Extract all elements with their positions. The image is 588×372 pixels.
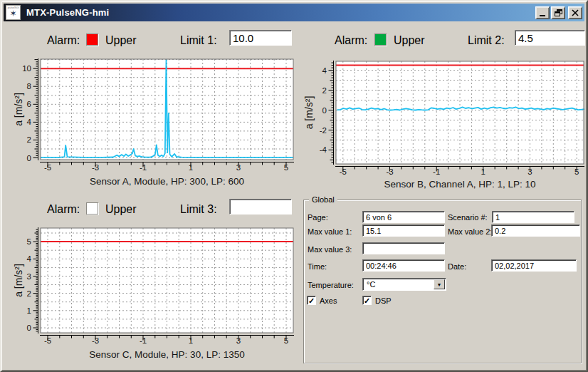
axes-checkbox-label: Axes [320, 296, 337, 305]
x-tick-label: 1 [481, 167, 485, 176]
x-tick-label: -3 [92, 336, 99, 345]
check-icon: ✓ [364, 296, 370, 305]
y-tick-label: 0 [27, 324, 31, 332]
y-tick-label: 3 [27, 272, 31, 281]
y-axis-title: a [m/s²] [13, 93, 24, 126]
x-tick-label: 1 [189, 163, 193, 172]
close-button[interactable] [568, 6, 582, 19]
date-label: Date: [448, 262, 466, 271]
y-tick-label: 5 [27, 237, 31, 246]
y-axis-title: a [m/s²] [303, 96, 315, 130]
app-logo-star-icon: ✶ [9, 9, 16, 19]
x-tick-label: -1 [140, 336, 147, 345]
y-axis-title: a [m/s²] [13, 264, 24, 297]
y-tick-label: 8 [27, 82, 31, 91]
titlebar: pulseNG ✶ MTX-PulseNG-hmi [4, 4, 584, 21]
x-tick-label: 5 [574, 167, 579, 176]
close-icon [572, 9, 579, 16]
x-tick-label: -1 [140, 163, 147, 172]
max-value-1-field[interactable] [362, 224, 445, 237]
alarm-label-3: Alarm: [47, 203, 80, 216]
limit1-input[interactable] [229, 30, 292, 46]
upper-label-3: Upper [105, 203, 137, 216]
upper-label-2: Upper [394, 34, 425, 47]
x-axis-title: Sensor C, Module, HP: 30, LP: 1350 [89, 349, 244, 360]
scenario-label: Scenario #: [448, 213, 488, 222]
chevron-down-icon: ▼ [437, 282, 442, 287]
y-tick-label: 4 [27, 118, 32, 126]
alarm-label-1: Alarm: [47, 34, 80, 47]
plot-area [41, 228, 293, 333]
page-label: Page: [308, 213, 328, 222]
window-title: MTX-PulseNG-hmi [26, 7, 109, 18]
max-value-1-label: Max value 1: [308, 227, 352, 236]
max-value-2-label: Max value 2: [448, 227, 492, 236]
time-label: Time: [308, 262, 327, 271]
x-axis-title: Sensor B, Channel A, HP: 1, LP: 10 [384, 179, 535, 190]
temperature-value: °C [367, 280, 375, 289]
y-tick-label: 0 [322, 106, 327, 115]
restore-button[interactable] [551, 6, 565, 19]
x-tick-label: -5 [44, 163, 51, 172]
temperature-dropdown-button[interactable]: ▼ [434, 279, 445, 289]
x-tick-label: 5 [284, 163, 288, 172]
page-field[interactable] [362, 211, 445, 223]
minimize-icon [540, 15, 545, 16]
x-tick-label: 3 [236, 336, 241, 345]
upper-label-1: Upper [105, 34, 137, 47]
chart-sensor-c: -5-3-1135012345Sensor C, Module, HP: 30,… [13, 217, 298, 372]
app-window: pulseNG ✶ MTX-PulseNG-hmi Ala [0, 0, 588, 372]
axes-checkbox[interactable]: ✓ [307, 296, 316, 305]
alarm-indicator-3 [86, 202, 98, 215]
x-tick-label: 3 [527, 167, 532, 176]
chart-svg: -5-3-1135012345Sensor C, Module, HP: 30,… [13, 217, 298, 372]
alarm-label-2: Alarm: [335, 34, 367, 47]
limit1-label: Limit 1: [180, 34, 217, 47]
chart-sensor-b: -5-3-1135-4-2024Sensor B, Channel A, HP:… [300, 50, 588, 201]
y-tick-label: 1 [27, 306, 31, 315]
x-axis-title: Sensor A, Module, HP: 300, LP: 600 [90, 176, 244, 187]
max-value-2-field[interactable] [491, 224, 580, 237]
limit3-input[interactable] [229, 199, 292, 215]
x-tick-label: 1 [189, 336, 193, 345]
y-tick-label: -2 [320, 126, 327, 135]
y-tick-label: 0 [27, 154, 31, 162]
alarm-indicator-1 [86, 33, 98, 46]
limit3-label: Limit 3: [180, 203, 217, 216]
x-tick-label: -5 [44, 336, 51, 345]
time-field[interactable] [362, 259, 445, 272]
temperature-label: Temperature: [308, 281, 354, 289]
x-tick-label: -3 [386, 167, 393, 176]
x-tick-label: -5 [340, 167, 347, 176]
x-tick-label: -1 [433, 167, 440, 176]
temperature-combobox[interactable]: °C ▼ [362, 278, 446, 291]
y-tick-label: 2 [322, 86, 327, 95]
alarm-indicator-2 [374, 33, 387, 46]
limit2-input[interactable] [515, 30, 585, 46]
chart-sensor-a: -5-3-11350246810Sensor A, Module, HP: 30… [13, 50, 298, 201]
max-value-3-label: Max value 3: [308, 245, 352, 254]
minimize-button[interactable] [535, 6, 550, 19]
restore-icon [555, 9, 562, 16]
chart-svg: -5-3-1135-4-2024Sensor B, Channel A, HP:… [300, 50, 588, 201]
y-tick-label: 10 [22, 64, 31, 73]
y-tick-label: 4 [322, 66, 327, 75]
date-field[interactable] [491, 259, 577, 272]
global-groupbox-title: Global [309, 195, 337, 204]
y-tick-label: 2 [27, 135, 31, 144]
dsp-checkbox[interactable]: ✓ [362, 296, 372, 305]
chart-svg: -5-3-11350246810Sensor A, Module, HP: 30… [13, 50, 298, 201]
scenario-field[interactable] [492, 211, 574, 223]
x-tick-label: 3 [236, 163, 241, 172]
y-tick-label: 4 [27, 254, 32, 263]
dsp-checkbox-label: DSP [375, 296, 392, 305]
y-tick-label: 2 [27, 289, 31, 298]
y-tick-label: -4 [320, 145, 327, 154]
window-controls [534, 6, 582, 19]
max-value-3-field[interactable] [362, 242, 445, 254]
limit2-label: Limit 2: [468, 34, 505, 47]
check-icon: ✓ [308, 296, 315, 305]
y-tick-label: 6 [27, 100, 31, 108]
x-tick-label: 5 [284, 336, 288, 345]
app-icon[interactable]: pulseNG ✶ [6, 5, 21, 20]
